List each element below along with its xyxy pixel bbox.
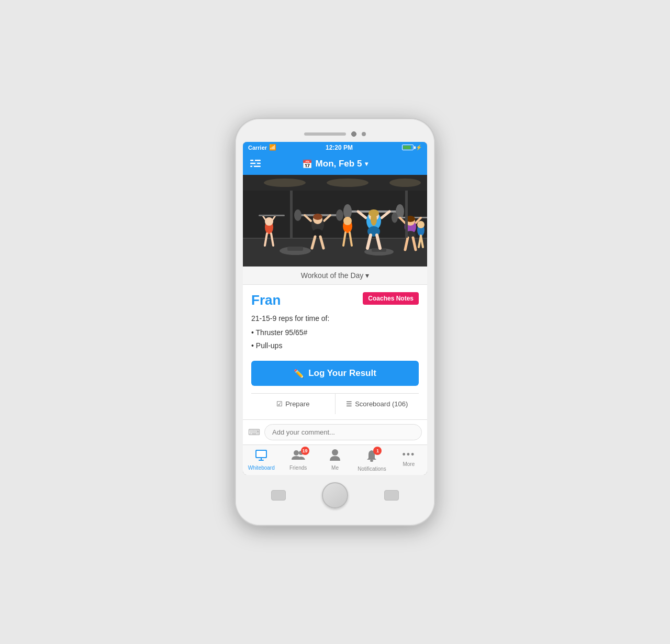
workout-image [243,175,427,267]
svg-rect-72 [259,460,264,461]
me-nav-label: Me [331,465,339,471]
svg-point-60 [417,221,425,228]
header-title-area[interactable]: 📅 Mon, Feb 5 ▾ [261,159,409,169]
svg-point-40 [313,214,322,220]
app-header: 📅 Mon, Feb 5 ▾ [243,153,427,175]
friends-nav-label: Friends [289,465,307,471]
nav-item-friends[interactable]: 19 Friends [280,445,316,475]
battery-fill [403,146,411,149]
wifi-icon: 📶 [269,144,276,151]
phone-device: Carrier 📶 12:20 PM ⚡ [236,119,434,526]
speaker-grille [304,132,346,136]
menu-hardware-button[interactable] [384,490,399,501]
front-camera [351,131,356,137]
svg-rect-4 [255,162,257,164]
svg-point-10 [389,179,421,187]
coaches-notes-button[interactable]: Coaches Notes [363,292,419,305]
comment-input[interactable] [264,424,422,440]
prepare-button[interactable]: ☑ Prepare [251,394,336,414]
wod-bar[interactable]: Workout of the Day ▾ [243,267,427,285]
svg-point-19 [343,204,352,219]
carrier-label: Carrier [248,145,267,151]
svg-rect-68 [405,191,408,238]
scoreboard-button[interactable]: ☰ Scoreboard (106) [336,394,419,414]
status-time: 12:20 PM [326,144,353,151]
log-icon: ✏️ [294,369,304,379]
whiteboard-nav-label: Whiteboard [248,465,275,471]
battery-icon [402,145,414,150]
more-nav-label: More [403,461,415,467]
svg-rect-3 [253,160,255,161]
lightning-icon: ⚡ [416,145,422,150]
scoreboard-label: Scoreboard (106) [355,400,408,408]
notifications-badge: 1 [373,447,382,455]
prepare-icon: ☑ [276,400,283,408]
more-icon: ••• [402,449,415,460]
svg-rect-2 [250,165,261,167]
svg-rect-0 [250,160,261,161]
sensor [362,132,366,136]
phone-bottom-bar [243,475,427,513]
me-icon [330,450,340,463]
dropdown-arrow-icon: ▾ [365,160,368,168]
phone-top-bar [243,128,427,142]
nav-item-me[interactable]: Me [317,445,353,475]
action-bar: ☑ Prepare ☰ Scoreboard (106) [251,393,419,414]
svg-point-31 [294,209,302,221]
menu-icon[interactable] [250,159,261,170]
log-result-button[interactable]: ✏️ Log Your Result [251,361,419,386]
wod-dropdown-icon: ▾ [365,271,369,280]
svg-rect-70 [256,451,266,457]
gym-photo-svg [243,175,427,267]
workout-item-2: • Pull-ups [251,339,419,352]
nav-item-whiteboard[interactable]: Whiteboard [243,445,280,475]
keyboard-icon: ⌨ [248,427,260,437]
svg-point-56 [265,217,273,226]
whiteboard-icon [255,450,267,463]
status-carrier: Carrier 📶 [248,144,276,151]
svg-rect-5 [252,165,254,167]
header-date: Mon, Feb 5 [316,159,362,169]
friends-badge: 19 [301,447,309,455]
bottom-nav: Whiteboard 19 [243,445,427,475]
content-area: Coaches Notes Fran 21-15-9 reps for time… [243,285,427,420]
wod-label: Workout of the Day [301,271,364,280]
calendar-icon: 📅 [302,159,312,169]
app-screen: Carrier 📶 12:20 PM ⚡ [243,142,427,475]
nav-item-more[interactable]: ••• More [390,445,427,475]
back-button[interactable] [271,490,286,501]
svg-rect-11 [243,238,427,267]
workout-item-1: • Thruster 95/65# [251,326,419,339]
log-button-label: Log Your Result [308,368,376,379]
svg-rect-15 [287,247,303,251]
svg-rect-71 [261,458,262,460]
scoreboard-icon: ☰ [346,400,352,408]
home-button[interactable] [322,482,348,508]
svg-rect-55 [259,215,285,216]
svg-point-9 [327,179,368,187]
svg-rect-67 [290,191,293,238]
notifications-nav-label: Notifications [358,466,386,472]
svg-point-32 [336,209,343,221]
svg-point-42 [392,212,398,223]
svg-point-64 [343,217,352,225]
prepare-label: Prepare [285,400,309,408]
phone-screen: Carrier 📶 12:20 PM ⚡ [243,142,427,475]
svg-point-8 [264,179,306,187]
status-bar: Carrier 📶 12:20 PM ⚡ [243,142,427,153]
svg-point-29 [371,213,377,226]
status-battery: ⚡ [402,145,422,150]
svg-point-73 [294,450,299,456]
comment-area: ⌨ [243,419,427,445]
svg-point-76 [370,460,373,462]
nav-item-notifications[interactable]: 1 Notifications [353,445,390,475]
svg-point-75 [332,449,338,456]
workout-description: 21-15-9 reps for time of: [251,313,419,324]
